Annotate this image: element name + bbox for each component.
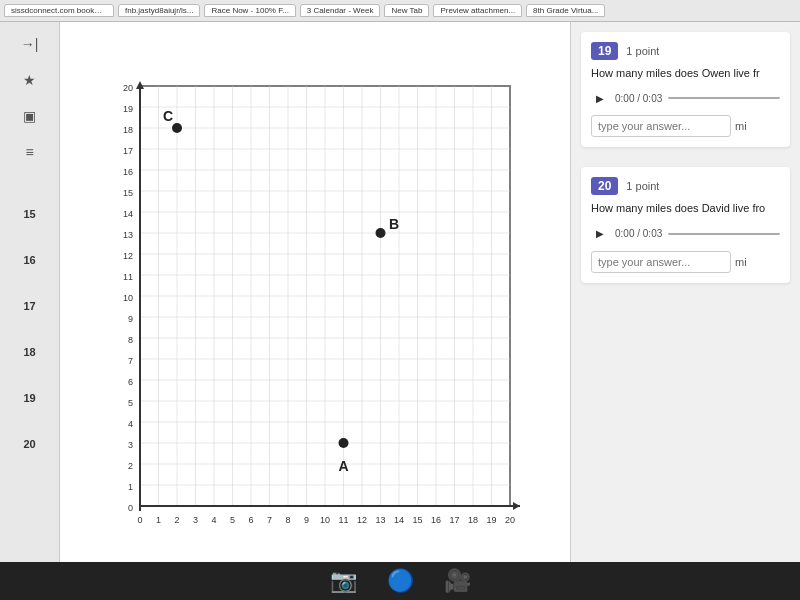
- audio-bar-19: [668, 97, 780, 99]
- question-card-19: 19 1 point How many miles does Owen live…: [581, 32, 790, 147]
- sidebar-item-17[interactable]: 17: [23, 300, 35, 312]
- svg-text:7: 7: [128, 356, 133, 366]
- question-20-points: 1 point: [626, 180, 659, 192]
- tab-fnb[interactable]: fnb.jastyd8aiujr/ls...: [118, 4, 200, 17]
- svg-text:10: 10: [320, 515, 330, 525]
- question-20-text: How many miles does David live fro: [591, 201, 780, 216]
- svg-text:14: 14: [394, 515, 404, 525]
- answer-row-19: mi: [591, 115, 780, 137]
- play-button-20[interactable]: ▶: [591, 225, 609, 243]
- svg-text:5: 5: [128, 398, 133, 408]
- sidebar-forward-icon[interactable]: →|: [15, 32, 45, 56]
- svg-text:0: 0: [128, 503, 133, 513]
- svg-text:11: 11: [123, 272, 133, 282]
- taskbar-camera-icon[interactable]: 📷: [330, 568, 357, 594]
- svg-text:17: 17: [123, 146, 133, 156]
- svg-text:4: 4: [128, 419, 133, 429]
- svg-text:6: 6: [248, 515, 253, 525]
- audio-time-19: 0:00 / 0:03: [615, 93, 662, 104]
- taskbar: 📷 🔵 🎥: [0, 562, 800, 600]
- svg-text:13: 13: [375, 515, 385, 525]
- answer-input-19[interactable]: [591, 115, 731, 137]
- svg-text:19: 19: [486, 515, 496, 525]
- svg-text:13: 13: [123, 230, 133, 240]
- tab-newtab[interactable]: New Tab: [384, 4, 429, 17]
- svg-text:9: 9: [304, 515, 309, 525]
- question-card-20: 20 1 point How many miles does David liv…: [581, 167, 790, 282]
- svg-marker-46: [136, 81, 144, 89]
- sidebar-item-16[interactable]: 16: [23, 254, 35, 266]
- point-a-label: A: [338, 458, 348, 474]
- coordinate-grid: 0 1 2 3 4 5 6 7 8 9 10 11 12 13 14 15 16…: [105, 81, 525, 551]
- audio-bar-20: [668, 233, 780, 235]
- svg-text:3: 3: [193, 515, 198, 525]
- svg-text:19: 19: [123, 104, 133, 114]
- taskbar-chrome-icon[interactable]: 🔵: [387, 568, 414, 594]
- svg-text:2: 2: [174, 515, 179, 525]
- sidebar-item-20[interactable]: 20: [23, 438, 35, 450]
- sidebar-menu-icon[interactable]: ≡: [15, 140, 45, 164]
- taskbar-video-icon[interactable]: 🎥: [444, 568, 471, 594]
- tab-race[interactable]: Race Now - 100% F...: [204, 4, 295, 17]
- tab-preview[interactable]: Preview attachmen...: [433, 4, 522, 17]
- right-panel: 19 1 point How many miles does Owen live…: [570, 22, 800, 600]
- question-19-header: 19 1 point: [591, 42, 780, 60]
- miles-label-20: mi: [735, 256, 747, 268]
- svg-text:0: 0: [137, 515, 142, 525]
- svg-text:18: 18: [123, 125, 133, 135]
- sidebar-item-18[interactable]: 18: [23, 346, 35, 358]
- svg-text:2: 2: [128, 461, 133, 471]
- svg-text:1: 1: [128, 482, 133, 492]
- tab-calendar[interactable]: 3 Calendar - Week: [300, 4, 381, 17]
- tab-bookmarks[interactable]: sissdconnect.com bookmarks: [4, 4, 114, 17]
- point-b: [376, 228, 386, 238]
- svg-text:20: 20: [123, 83, 133, 93]
- sidebar-bookmark-icon[interactable]: ★: [15, 68, 45, 92]
- svg-text:16: 16: [123, 167, 133, 177]
- svg-text:7: 7: [267, 515, 272, 525]
- main-content: →| ★ ▣ ≡ 15 16 17 18 19 20: [0, 22, 800, 600]
- svg-text:18: 18: [468, 515, 478, 525]
- svg-text:14: 14: [123, 209, 133, 219]
- svg-text:16: 16: [431, 515, 441, 525]
- miles-label-19: mi: [735, 120, 747, 132]
- question-20-header: 20 1 point: [591, 177, 780, 195]
- browser-tab-bar: sissdconnect.com bookmarks fnb.jastyd8ai…: [0, 0, 800, 22]
- svg-text:4: 4: [211, 515, 216, 525]
- audio-time-20: 0:00 / 0:03: [615, 228, 662, 239]
- svg-text:11: 11: [338, 515, 348, 525]
- play-button-19[interactable]: ▶: [591, 89, 609, 107]
- svg-text:20: 20: [505, 515, 515, 525]
- svg-text:17: 17: [449, 515, 459, 525]
- answer-row-20: mi: [591, 251, 780, 273]
- svg-text:8: 8: [285, 515, 290, 525]
- svg-text:12: 12: [123, 251, 133, 261]
- svg-text:15: 15: [123, 188, 133, 198]
- point-c-label: C: [163, 108, 173, 124]
- answer-input-20[interactable]: [591, 251, 731, 273]
- svg-text:8: 8: [128, 335, 133, 345]
- svg-marker-45: [513, 502, 520, 510]
- svg-text:10: 10: [123, 293, 133, 303]
- point-b-label: B: [389, 216, 399, 232]
- svg-text:5: 5: [230, 515, 235, 525]
- left-sidebar: →| ★ ▣ ≡ 15 16 17 18 19 20: [0, 22, 60, 600]
- question-20-audio: ▶ 0:00 / 0:03: [591, 225, 780, 243]
- svg-text:6: 6: [128, 377, 133, 387]
- point-a: [339, 438, 349, 448]
- svg-text:15: 15: [412, 515, 422, 525]
- graph-container: 0 1 2 3 4 5 6 7 8 9 10 11 12 13 14 15 16…: [105, 81, 525, 551]
- sidebar-item-15[interactable]: 15: [23, 208, 35, 220]
- svg-text:1: 1: [156, 515, 161, 525]
- question-19-badge: 19: [591, 42, 618, 60]
- question-19-audio: ▶ 0:00 / 0:03: [591, 89, 780, 107]
- svg-text:12: 12: [357, 515, 367, 525]
- svg-text:3: 3: [128, 440, 133, 450]
- point-c: [172, 123, 182, 133]
- sidebar-item-19[interactable]: 19: [23, 392, 35, 404]
- question-19-text: How many miles does Owen live fr: [591, 66, 780, 81]
- tab-8thgrade[interactable]: 8th Grade Virtua...: [526, 4, 605, 17]
- svg-text:9: 9: [128, 314, 133, 324]
- question-20-badge: 20: [591, 177, 618, 195]
- sidebar-window-icon[interactable]: ▣: [15, 104, 45, 128]
